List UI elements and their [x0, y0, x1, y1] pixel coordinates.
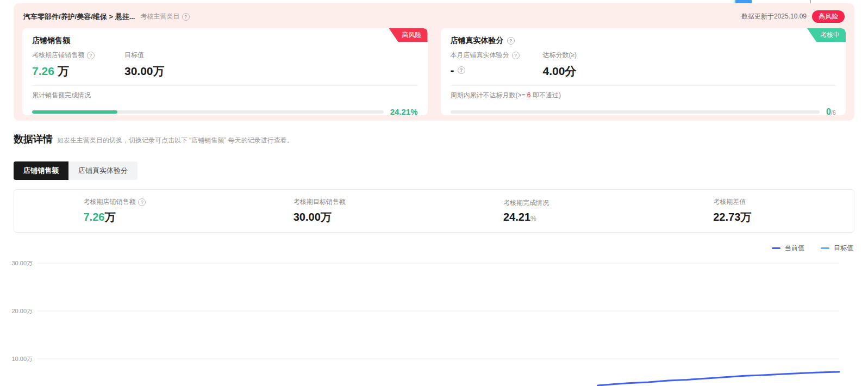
stat-value-text: 24.21	[503, 211, 530, 223]
divider	[451, 85, 836, 86]
legend-label: 当前值	[785, 244, 804, 253]
card-title-experience: 店铺真实体验分 ?	[451, 36, 836, 46]
metric-label-text: 考核期店铺销售额	[32, 51, 84, 60]
section-title: 数据详情	[14, 133, 53, 146]
metric-label: 考核期店铺销售额 ?	[32, 51, 124, 60]
progress-bar	[32, 110, 384, 114]
data-updated-text: 数据更新于2025.10.09	[741, 12, 807, 21]
tab-store-sales[interactable]: 店铺销售额	[14, 161, 68, 180]
experience-value: -	[451, 64, 454, 77]
legend-current-value[interactable]: 当前值	[772, 244, 804, 253]
stat-label-text: 考核期差值	[713, 197, 746, 207]
stat-gap: 考核期差值 22.73万	[644, 197, 854, 225]
breadcrumb[interactable]: 汽车零部件/养护/美容/维保 > 悬挂...	[23, 12, 135, 22]
stat-unit: 万	[104, 211, 115, 223]
help-icon[interactable]: ?	[507, 37, 515, 45]
legend-target-value[interactable]: 目标值	[821, 244, 853, 253]
progress-bar	[451, 110, 820, 114]
section-subtitle: 如发生主营类目的切换，切换记录可点击以下 “店铺销售额” 每天的记录进行查看。	[57, 136, 294, 145]
chart-legend: 当前值 目标值	[772, 244, 853, 253]
sales-trend-chart[interactable]: 当前值 目标值 30.00万20.00万10.00万	[0, 239, 868, 386]
chart-canvas: 30.00万20.00万10.00万	[0, 239, 868, 386]
card-title-text: 店铺真实体验分	[451, 36, 504, 46]
progress-label-pre: 周期内累计不达标月数(>=	[451, 91, 526, 99]
metric-label-text: 目标值	[124, 51, 144, 60]
store-sales-card: 高风险 店铺销售额 考核期店铺销售额 ? 7.26万 目标值 30.00万	[22, 28, 428, 115]
help-icon[interactable]: ?	[512, 52, 520, 59]
target-line-swatch	[821, 247, 829, 249]
threshold-number: 6	[527, 91, 531, 99]
stat-unit: 万	[740, 211, 751, 223]
category-label: 考核主营类目 ?	[141, 12, 190, 21]
stat-unit: %	[530, 215, 536, 222]
progress-label-post: 即不通过)	[533, 91, 561, 99]
banner-header: 汽车零部件/养护/美容/维保 > 悬挂... 考核主营类目 ? 数据更新于202…	[14, 3, 854, 23]
help-icon[interactable]: ?	[87, 52, 95, 59]
stat-period-sales: 考核期店铺销售额 ? 7.26万	[14, 197, 224, 225]
progress-fill	[32, 110, 117, 114]
stat-target-sales: 考核期目标销售额 30.00万	[224, 197, 434, 225]
stat-label-text: 考核期完成情况	[503, 198, 549, 208]
months-failed: 0	[826, 107, 831, 115]
progress-label: 周期内累计不达标月数(>= 6 即不通过)	[451, 91, 836, 100]
current-line-swatch	[772, 247, 780, 249]
experience-score-card: 考核中 店铺真实体验分 ? 本月店铺真实体验分 ? - ?	[441, 28, 846, 115]
divider	[32, 85, 418, 86]
progress-percent: 24.21%	[390, 107, 418, 115]
svg-text:20.00万: 20.00万	[11, 308, 33, 314]
metric-label-text: 达标分数(≥)	[543, 51, 577, 60]
tab-experience-score[interactable]: 店铺真实体验分	[68, 161, 138, 180]
stat-label-text: 考核期目标销售额	[294, 197, 346, 207]
risk-badge: 高风险	[812, 10, 845, 23]
metric-value: - ?	[451, 64, 543, 77]
help-icon[interactable]: ?	[182, 13, 190, 21]
category-label-text: 考核主营类目	[141, 12, 180, 21]
svg-text:10.00万: 10.00万	[11, 356, 33, 362]
stat-value-text: 22.73	[713, 211, 740, 223]
month-counter: 0/6	[826, 107, 836, 115]
metric-label-text: 本月店铺真实体验分	[451, 51, 509, 60]
months-total: /6	[831, 109, 836, 115]
stats-strip: 考核期店铺销售额 ? 7.26万 考核期目标销售额 30.00万 考核期完成情况…	[14, 189, 854, 233]
progress-label: 累计销售额完成情况	[32, 91, 418, 100]
tab-group: 店铺销售额 店铺真实体验分	[14, 161, 138, 180]
stat-unit: 万	[321, 211, 332, 223]
metric-label: 目标值	[124, 51, 165, 60]
stat-completion: 考核期完成情况 24.21%	[434, 198, 644, 223]
metric-value: 7.26万	[32, 64, 124, 79]
stat-value-text: 7.26	[83, 211, 104, 223]
metric-value: 30.00万	[124, 64, 165, 79]
stat-value-text: 30.00	[294, 211, 321, 223]
svg-text:30.00万: 30.00万	[11, 260, 33, 266]
stat-label-text: 考核期店铺销售额	[83, 197, 135, 207]
card-title-sales: 店铺销售额	[32, 36, 418, 46]
metric-label: 本月店铺真实体验分 ?	[451, 51, 543, 60]
legend-label: 目标值	[834, 244, 853, 253]
metric-label: 达标分数(≥)	[543, 51, 577, 60]
help-icon[interactable]: ?	[458, 66, 465, 74]
help-icon[interactable]: ?	[138, 198, 146, 206]
metric-value: 4.00分	[543, 64, 577, 79]
sales-value: 7.26	[32, 65, 54, 78]
sales-unit: 万	[58, 64, 69, 79]
assessment-banner: 汽车零部件/养护/美容/维保 > 悬挂... 考核主营类目 ? 数据更新于202…	[14, 3, 854, 121]
